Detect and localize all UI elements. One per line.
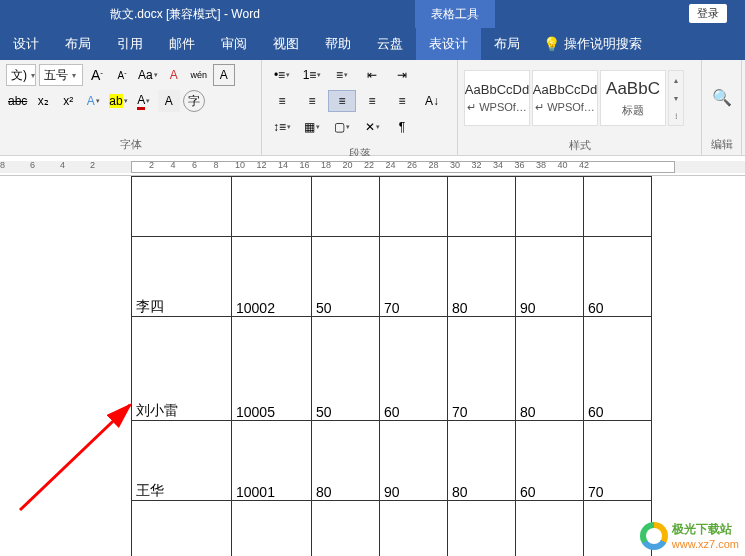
find-button[interactable]: 🔍	[710, 87, 734, 109]
tab-review[interactable]: 审阅	[208, 28, 260, 60]
align-right-button[interactable]: ≡	[328, 90, 356, 112]
indent-decrease-button[interactable]: ⇤	[358, 64, 386, 86]
ruler-tick: 30	[450, 160, 460, 170]
ribbon: 文)▾ 五号▾ Aˆ Aˇ Aa▾ A wén A abc x₂ x² A▾ a…	[0, 60, 745, 156]
char-shading-button[interactable]: A	[158, 90, 180, 112]
text-effects-button[interactable]: A▾	[82, 90, 104, 112]
ruler-tick: 32	[472, 160, 482, 170]
font-group-label: 字体	[0, 135, 261, 155]
line-spacing-button[interactable]: ↕≡▾	[268, 116, 296, 138]
watermark: 极光下载站 www.xz7.com	[640, 521, 739, 550]
style-item[interactable]: AaBbCcDd ↵ WPSOf…	[464, 70, 530, 126]
highlight-button[interactable]: ab▾	[107, 90, 129, 112]
indent-increase-button[interactable]: ⇥	[388, 64, 416, 86]
enclosed-char-button[interactable]: 字	[183, 90, 205, 112]
ruler-tick: 6	[192, 160, 197, 170]
tab-references[interactable]: 引用	[104, 28, 156, 60]
ruler-tick: 6	[30, 160, 35, 170]
font-color-button[interactable]: A▾	[133, 90, 155, 112]
ruler-tick: 12	[257, 160, 267, 170]
align-distribute-button[interactable]: ≡	[388, 90, 416, 112]
table-row: 王华 10001 80 90 80 60 70	[132, 421, 652, 501]
ruler-tick: 4	[171, 160, 176, 170]
borders-button[interactable]: ▢▾	[328, 116, 356, 138]
align-center-button[interactable]: ≡	[298, 90, 326, 112]
ruler-tick: 2	[149, 160, 154, 170]
annotation-arrow-icon	[15, 390, 145, 520]
ruler-tick: 16	[300, 160, 310, 170]
contextual-tab-label: 表格工具	[415, 0, 495, 28]
tab-table-design[interactable]: 表设计	[416, 28, 481, 60]
tab-view[interactable]: 视图	[260, 28, 312, 60]
shading-button[interactable]: ▦▾	[298, 116, 326, 138]
lightbulb-icon: 💡	[543, 36, 560, 52]
ruler-tick: 8	[0, 160, 5, 170]
ruler-tick: 36	[515, 160, 525, 170]
sort-button[interactable]: A↓	[418, 90, 446, 112]
ruler-tick: 26	[407, 160, 417, 170]
style-item[interactable]: AaBbC 标题	[600, 70, 666, 126]
ruler-tick: 4	[60, 160, 65, 170]
tab-design[interactable]: 设计	[0, 28, 52, 60]
ruler-tick: 40	[558, 160, 568, 170]
watermark-logo-icon	[640, 522, 668, 550]
strike-button[interactable]: abc	[6, 90, 29, 112]
ruler-tick: 22	[364, 160, 374, 170]
phonetic-guide-button[interactable]: wén	[188, 64, 210, 86]
tab-cloud[interactable]: 云盘	[364, 28, 416, 60]
bullets-button[interactable]: •≡▾	[268, 64, 296, 86]
ruler-tick: 20	[343, 160, 353, 170]
styles-group-label: 样式	[458, 136, 701, 156]
multilevel-button[interactable]: ≡▾	[328, 64, 356, 86]
style-item[interactable]: AaBbCcDd ↵ WPSOf…	[532, 70, 598, 126]
tab-mailings[interactable]: 邮件	[156, 28, 208, 60]
table-row: 刘小雷 10005 50 60 70 80 60	[132, 317, 652, 421]
show-marks-button[interactable]: ¶	[388, 116, 416, 138]
ruler-tick: 18	[321, 160, 331, 170]
grow-font-button[interactable]: Aˆ	[86, 64, 108, 86]
align-left-button[interactable]: ≡	[268, 90, 296, 112]
ruler-tick: 24	[386, 160, 396, 170]
change-case-button[interactable]: Aa▾	[136, 64, 160, 86]
ruler-tick: 2	[90, 160, 95, 170]
superscript-button[interactable]: x²	[57, 90, 79, 112]
tab-layout[interactable]: 布局	[52, 28, 104, 60]
ribbon-group-styles: AaBbCcDd ↵ WPSOf… AaBbCcDd ↵ WPSOf… AaBb…	[458, 60, 702, 155]
asian-layout-button[interactable]: ✕▾	[358, 116, 386, 138]
ruler-tick: 28	[429, 160, 439, 170]
ruler-tick: 8	[214, 160, 219, 170]
ribbon-group-font: 文)▾ 五号▾ Aˆ Aˇ Aa▾ A wén A abc x₂ x² A▾ a…	[0, 60, 262, 155]
ruler-tick: 14	[278, 160, 288, 170]
ribbon-tabs: 设计 布局 引用 邮件 审阅 视图 帮助 云盘 表设计 布局 💡 操作说明搜索	[0, 28, 745, 60]
document-area[interactable]: 李四 10002 50 70 80 90 60 刘小雷 10005 50 60 …	[0, 176, 745, 556]
title-bar: 散文.docx [兼容模式] - Word 表格工具 登录	[0, 0, 745, 28]
horizontal-ruler[interactable]: 8642246810121416182022242628303234363840…	[0, 156, 745, 176]
font-name-combo[interactable]: 文)▾	[6, 64, 36, 86]
table-row: 肖茜 10007 50 60 80 90 60	[132, 501, 652, 557]
align-justify-button[interactable]: ≡	[358, 90, 386, 112]
data-table[interactable]: 李四 10002 50 70 80 90 60 刘小雷 10005 50 60 …	[131, 176, 652, 556]
numbering-button[interactable]: 1≡▾	[298, 64, 326, 86]
subscript-button[interactable]: x₂	[32, 90, 54, 112]
styles-more-button[interactable]: ▴▾⁞	[668, 70, 684, 126]
svg-line-0	[20, 405, 130, 510]
search-placeholder: 操作说明搜索	[564, 35, 642, 53]
shrink-font-button[interactable]: Aˇ	[111, 64, 133, 86]
ribbon-group-paragraph: •≡▾ 1≡▾ ≡▾ ⇤ ⇥ ≡ ≡ ≡ ≡ ≡ A↓ ↕≡▾ ▦▾ ▢▾ ✕▾…	[262, 60, 458, 155]
login-button[interactable]: 登录	[689, 4, 727, 23]
tell-me-search[interactable]: 💡 操作说明搜索	[543, 35, 642, 53]
ruler-tick: 42	[579, 160, 589, 170]
tab-table-layout[interactable]: 布局	[481, 28, 533, 60]
ruler-tick: 34	[493, 160, 503, 170]
clear-format-button[interactable]: A	[163, 64, 185, 86]
document-title: 散文.docx [兼容模式] - Word	[110, 6, 260, 23]
font-size-combo[interactable]: 五号▾	[39, 64, 83, 86]
edit-group-label: 编辑	[702, 135, 741, 155]
table-row: 李四 10002 50 70 80 90 60	[132, 237, 652, 317]
char-border-button[interactable]: A	[213, 64, 235, 86]
ribbon-group-edit: 🔍 编辑	[702, 60, 742, 155]
tab-help[interactable]: 帮助	[312, 28, 364, 60]
ruler-tick: 10	[235, 160, 245, 170]
ruler-tick: 38	[536, 160, 546, 170]
